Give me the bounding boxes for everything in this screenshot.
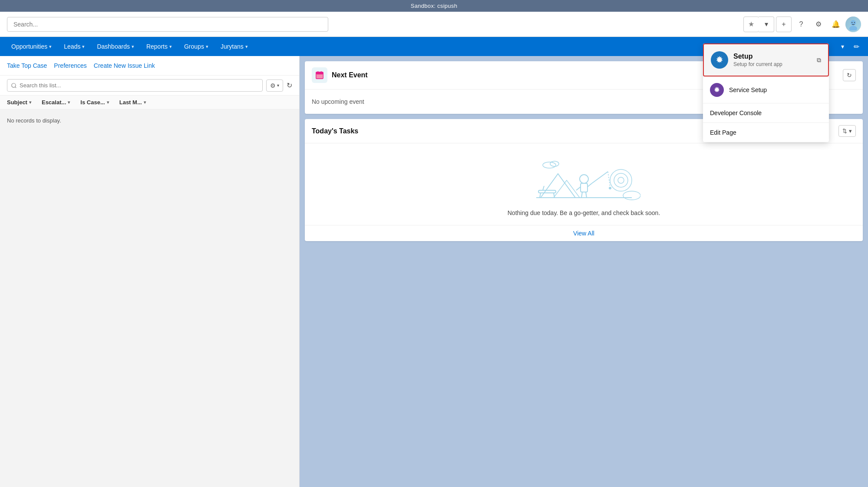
nav-edit-button[interactable]: ✏ xyxy=(850,43,863,51)
nav-leads-chevron: ▾ xyxy=(82,44,85,50)
svg-point-15 xyxy=(580,175,588,183)
tasks-sort-button[interactable]: ⇅ ▾ xyxy=(838,125,856,137)
search-input[interactable] xyxy=(7,17,328,32)
col-escalat-sort: ▾ xyxy=(68,100,70,105)
next-event-refresh-button[interactable]: ↻ xyxy=(843,69,856,81)
nav-leads[interactable]: Leads ▾ xyxy=(58,37,91,56)
developer-console-menu-item[interactable]: Developer Console xyxy=(703,103,829,123)
svg-line-17 xyxy=(576,187,581,190)
edit-page-menu-item[interactable]: Edit Page xyxy=(703,123,829,142)
star-icon: ★ xyxy=(748,20,754,28)
tasks-empty-text: Nothing due today. Be a go-getter, and c… xyxy=(508,209,660,216)
col-subject[interactable]: Subject ▾ xyxy=(7,99,31,106)
svg-line-14 xyxy=(543,186,544,190)
svg-point-29 xyxy=(550,161,559,166)
svg-marker-9 xyxy=(541,174,575,198)
refresh-icon: ↻ xyxy=(287,82,292,89)
preferences-button[interactable]: Preferences xyxy=(54,62,86,69)
sandbox-label: Sandbox: csipush xyxy=(411,3,457,9)
svg-rect-16 xyxy=(581,183,587,192)
tasks-actions: ⇅ ▾ xyxy=(838,125,856,137)
nav-opportunities-label: Opportunities xyxy=(11,43,47,50)
avatar-button[interactable] xyxy=(845,17,861,32)
left-panel-toolbar: Take Top Case Preferences Create New Iss… xyxy=(0,56,299,76)
header: ★ ▾ + ? ⚙ 🔔 xyxy=(0,12,868,37)
setup-text: Setup Setup for current app xyxy=(733,53,812,67)
view-all-link[interactable]: View All xyxy=(305,225,863,241)
search-list-row: ⚙ ▾ ↻ xyxy=(0,76,299,96)
svg-point-27 xyxy=(623,191,640,200)
col-last-m-label: Last M... xyxy=(119,99,142,106)
setup-title: Setup xyxy=(733,53,812,60)
developer-console-label: Developer Console xyxy=(710,109,762,116)
search-list-input[interactable] xyxy=(7,79,263,92)
table-header: Subject ▾ Escalat... ▾ Is Case... ▾ Last… xyxy=(0,96,299,109)
col-is-case[interactable]: Is Case... ▾ xyxy=(80,99,109,106)
no-event-text: No upcoming event xyxy=(312,98,364,105)
add-icon: + xyxy=(782,20,785,28)
list-gear-icon: ⚙ xyxy=(270,82,276,89)
svg-rect-5 xyxy=(316,72,323,75)
col-subject-label: Subject xyxy=(7,99,27,106)
add-button[interactable]: + xyxy=(776,17,792,32)
col-last-m-sort: ▾ xyxy=(144,100,146,105)
setup-dropdown-menu: Setup Setup for current app ⧉ Service Se… xyxy=(703,43,829,142)
list-refresh-button[interactable]: ↻ xyxy=(287,81,292,89)
svg-point-28 xyxy=(543,162,556,168)
chevron-down-icon: ▾ xyxy=(765,20,768,28)
col-is-case-label: Is Case... xyxy=(80,99,105,106)
svg-point-24 xyxy=(610,169,632,191)
nav-opportunities[interactable]: Opportunities ▾ xyxy=(5,37,58,56)
refresh-icon: ↻ xyxy=(847,72,852,79)
svg-line-20 xyxy=(586,192,587,198)
setup-menu-item[interactable]: Setup Setup for current app ⧉ xyxy=(703,43,829,76)
svg-point-25 xyxy=(614,173,628,187)
nav-groups-chevron: ▾ xyxy=(206,44,208,50)
gear-icon: ⚙ xyxy=(815,20,822,28)
nav-jurytans-chevron: ▾ xyxy=(245,44,248,50)
svg-marker-10 xyxy=(554,180,580,198)
svg-line-18 xyxy=(587,183,592,187)
tasks-illustration: Nothing due today. Be a go-getter, and c… xyxy=(305,143,863,225)
take-top-case-button[interactable]: Take Top Case xyxy=(7,62,47,69)
sort-chevron: ▾ xyxy=(849,128,852,134)
favorites-chevron-button[interactable]: ▾ xyxy=(759,17,774,32)
nav-jurytans-label: Jurytans xyxy=(221,43,244,50)
svg-point-3 xyxy=(854,22,855,23)
header-actions: ★ ▾ + ? ⚙ 🔔 xyxy=(743,17,861,32)
service-setup-icon xyxy=(710,83,724,97)
svg-line-12 xyxy=(540,193,541,198)
nav-more-button[interactable]: ▾ xyxy=(835,37,850,56)
create-new-issue-link-button[interactable]: Create New Issue Link xyxy=(94,62,155,69)
col-last-m[interactable]: Last M... ▾ xyxy=(119,99,146,106)
nav-dashboards-label: Dashboards xyxy=(97,43,130,50)
avatar-icon xyxy=(847,18,859,30)
nav-jurytans[interactable]: Jurytans ▾ xyxy=(215,37,254,56)
help-icon: ? xyxy=(799,20,803,28)
tasks-empty-illustration xyxy=(528,152,640,204)
service-setup-label: Service Setup xyxy=(729,86,767,93)
bell-button[interactable]: 🔔 xyxy=(828,17,844,32)
avatar xyxy=(845,17,861,32)
help-button[interactable]: ? xyxy=(793,17,809,32)
nav-groups[interactable]: Groups ▾ xyxy=(178,37,215,56)
col-escalat-label: Escalat... xyxy=(42,99,66,106)
sandbox-bar: Sandbox: csipush xyxy=(0,0,868,12)
bell-icon: 🔔 xyxy=(832,20,840,28)
nav-dashboards[interactable]: Dashboards ▾ xyxy=(91,37,140,56)
svg-point-26 xyxy=(618,177,624,183)
nav-reports[interactable]: Reports ▾ xyxy=(140,37,178,56)
service-setup-menu-item[interactable]: Service Setup xyxy=(703,77,829,103)
star-button[interactable]: ★ xyxy=(743,17,759,32)
svg-rect-11 xyxy=(538,190,556,193)
svg-line-19 xyxy=(581,192,582,198)
next-event-title: Next Event xyxy=(332,71,368,79)
edit-page-label: Edit Page xyxy=(710,129,736,136)
svg-point-2 xyxy=(851,22,852,23)
col-escalat[interactable]: Escalat... ▾ xyxy=(42,99,70,106)
nav-dashboards-chevron: ▾ xyxy=(132,44,134,50)
svg-rect-6 xyxy=(317,71,318,73)
tasks-title: Today's Tasks xyxy=(312,127,358,135)
list-gear-button[interactable]: ⚙ ▾ xyxy=(266,80,283,92)
gear-button[interactable]: ⚙ xyxy=(811,17,826,32)
